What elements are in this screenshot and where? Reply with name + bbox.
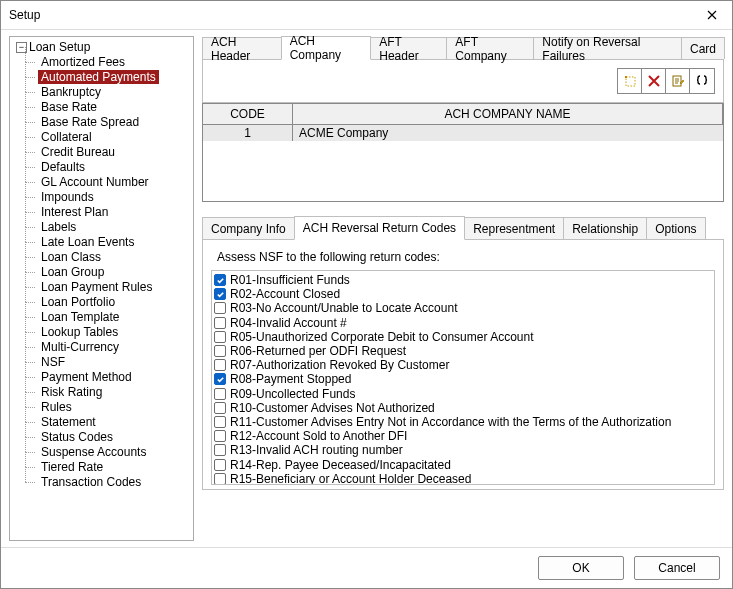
return-code-row[interactable]: R06-Returned per ODFI Request (214, 344, 710, 358)
return-code-label: R11-Customer Advises Entry Not in Accord… (230, 415, 671, 429)
sidebar-item-label: Loan Portfolio (38, 295, 118, 309)
sidebar-item[interactable]: Loan Group (38, 265, 193, 280)
sidebar-item[interactable]: Status Codes (38, 430, 193, 445)
sidebar-item-label: Transaction Codes (38, 475, 144, 489)
return-code-row[interactable]: R01-Insufficient Funds (214, 273, 710, 287)
sidebar-item[interactable]: Loan Template (38, 310, 193, 325)
return-code-row[interactable]: R10-Customer Advises Not Authorized (214, 401, 710, 415)
return-code-label: R12-Account Sold to Another DFI (230, 429, 407, 443)
return-code-row[interactable]: R08-Payment Stopped (214, 372, 710, 386)
checkbox[interactable] (214, 388, 226, 400)
checkbox[interactable] (214, 373, 226, 385)
sidebar-item[interactable]: Lookup Tables (38, 325, 193, 340)
checkbox[interactable] (214, 302, 226, 314)
return-code-row[interactable]: R05-Unauthorized Corporate Debit to Cons… (214, 330, 710, 344)
sidebar-item[interactable]: Labels (38, 220, 193, 235)
table-row[interactable]: 1ACME Company (203, 125, 723, 141)
sidebar-item-label: Payment Method (38, 370, 135, 384)
tree-root-row[interactable]: − Loan Setup (14, 39, 193, 55)
toolbar-json-button[interactable] (690, 69, 714, 93)
return-code-row[interactable]: R13-Invalid ACH routing number (214, 443, 710, 457)
top-tab[interactable]: AFT Company (446, 37, 534, 59)
return-code-row[interactable]: R15-Beneficiary or Account Holder Deceas… (214, 472, 710, 485)
sidebar-item[interactable]: GL Account Number (38, 175, 193, 190)
sidebar-item[interactable]: Suspense Accounts (38, 445, 193, 460)
sub-tab[interactable]: Relationship (563, 217, 647, 239)
checkbox[interactable] (214, 331, 226, 343)
return-code-row[interactable]: R11-Customer Advises Entry Not in Accord… (214, 415, 710, 429)
sidebar-item[interactable]: Loan Class (38, 250, 193, 265)
return-code-row[interactable]: R03-No Account/Unable to Locate Account (214, 301, 710, 315)
sidebar-item[interactable]: Risk Rating (38, 385, 193, 400)
return-code-row[interactable]: R12-Account Sold to Another DFI (214, 429, 710, 443)
sub-tab[interactable]: Company Info (202, 217, 295, 239)
sidebar-scroll[interactable]: − Loan Setup Amortized FeesAutomated Pay… (10, 37, 193, 540)
return-code-row[interactable]: R07-Authorization Revoked By Customer (214, 358, 710, 372)
checkbox[interactable] (214, 402, 226, 414)
toolbar-edit-button[interactable] (666, 69, 690, 93)
checkbox[interactable] (214, 359, 226, 371)
checkbox[interactable] (214, 345, 226, 357)
sparkle-new-icon (623, 74, 637, 88)
sidebar-item[interactable]: Transaction Codes (38, 475, 193, 490)
sidebar-item[interactable]: Payment Method (38, 370, 193, 385)
ok-button[interactable]: OK (538, 556, 624, 580)
main-panel: ACH HeaderACH CompanyAFT HeaderAFT Compa… (198, 30, 732, 547)
sidebar-item[interactable]: Amortized Fees (38, 55, 193, 70)
top-tab[interactable]: AFT Header (370, 37, 447, 59)
return-code-row[interactable]: R04-Invalid Account # (214, 316, 710, 330)
grid-empty-area[interactable] (203, 141, 723, 201)
return-code-label: R05-Unauthorized Corporate Debit to Cons… (230, 330, 534, 344)
sub-tab[interactable]: Representment (464, 217, 564, 239)
sidebar-item[interactable]: Impounds (38, 190, 193, 205)
top-tab[interactable]: ACH Company (281, 36, 372, 60)
sidebar-item[interactable]: Bankruptcy (38, 85, 193, 100)
top-tab[interactable]: Notify on Reversal Failures (533, 37, 682, 59)
grid-col-code[interactable]: CODE (203, 104, 293, 124)
grid-col-name[interactable]: ACH COMPANY NAME (293, 104, 723, 124)
cancel-button[interactable]: Cancel (634, 556, 720, 580)
checkbox[interactable] (214, 473, 226, 485)
sidebar-item[interactable]: Multi-Currency (38, 340, 193, 355)
checkbox[interactable] (214, 288, 226, 300)
sub-tab[interactable]: Options (646, 217, 705, 239)
tree-root-label: Loan Setup (29, 40, 90, 54)
sidebar-item[interactable]: Late Loan Events (38, 235, 193, 250)
sidebar-item[interactable]: Base Rate (38, 100, 193, 115)
sidebar-item[interactable]: Loan Portfolio (38, 295, 193, 310)
sidebar-item[interactable]: Rules (38, 400, 193, 415)
return-code-row[interactable]: R09-Uncollected Funds (214, 387, 710, 401)
sidebar-item-label: Labels (38, 220, 79, 234)
sidebar-item[interactable]: Collateral (38, 130, 193, 145)
sidebar-item[interactable]: Defaults (38, 160, 193, 175)
checkbox[interactable] (214, 430, 226, 442)
sidebar-item[interactable]: Automated Payments (38, 70, 193, 85)
sidebar-item[interactable]: Credit Bureau (38, 145, 193, 160)
toolbar-delete-button[interactable] (642, 69, 666, 93)
top-tab[interactable]: Card (681, 37, 725, 59)
sidebar-item[interactable]: Tiered Rate (38, 460, 193, 475)
grid-header: CODE ACH COMPANY NAME (203, 104, 723, 125)
checkbox[interactable] (214, 444, 226, 456)
sidebar-item-label: NSF (38, 355, 68, 369)
toolbar-new-button[interactable] (618, 69, 642, 93)
top-tab[interactable]: ACH Header (202, 37, 282, 59)
checkbox[interactable] (214, 459, 226, 471)
window-close-button[interactable] (700, 3, 724, 27)
return-code-label: R04-Invalid Account # (230, 316, 347, 330)
sub-tab[interactable]: ACH Reversal Return Codes (294, 216, 465, 240)
window-body: − Loan Setup Amortized FeesAutomated Pay… (1, 29, 732, 547)
checkbox[interactable] (214, 317, 226, 329)
sidebar-item[interactable]: Interest Plan (38, 205, 193, 220)
sidebar-item[interactable]: Statement (38, 415, 193, 430)
sidebar-item-label: Suspense Accounts (38, 445, 149, 459)
return-code-row[interactable]: R14-Rep. Payee Deceased/Incapacitated (214, 457, 710, 471)
check-icon (216, 290, 225, 299)
sidebar-item[interactable]: Loan Payment Rules (38, 280, 193, 295)
return-codes-list[interactable]: R01-Insufficient FundsR02-Account Closed… (211, 270, 715, 485)
checkbox[interactable] (214, 274, 226, 286)
return-code-row[interactable]: R02-Account Closed (214, 287, 710, 301)
sidebar-item[interactable]: Base Rate Spread (38, 115, 193, 130)
sidebar-item[interactable]: NSF (38, 355, 193, 370)
checkbox[interactable] (214, 416, 226, 428)
